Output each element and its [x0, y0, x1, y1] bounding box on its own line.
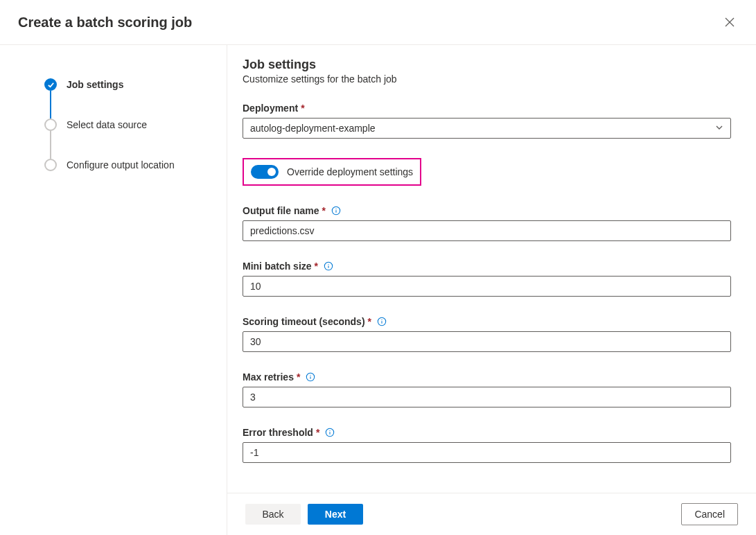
svg-point-16	[330, 430, 331, 431]
scoring-timeout-input[interactable]	[243, 331, 731, 352]
back-button[interactable]: Back	[245, 504, 301, 525]
error-threshold-label: Error threshold *	[243, 427, 731, 438]
cancel-button[interactable]: Cancel	[681, 503, 738, 525]
dialog-title: Create a batch scoring job	[18, 15, 192, 30]
next-button[interactable]: Next	[308, 504, 363, 525]
step-marker-pending-icon	[44, 119, 57, 131]
override-toggle-label: Override deployment settings	[287, 166, 413, 177]
step-marker-pending-icon	[44, 159, 57, 171]
step-label: Job settings	[67, 79, 123, 90]
deployment-label: Deployment *	[243, 103, 731, 114]
close-icon	[725, 17, 735, 27]
output-file-name-input[interactable]	[243, 220, 731, 241]
svg-point-7	[328, 264, 329, 265]
step-label: Configure output location	[67, 159, 175, 170]
step-marker-done-icon	[44, 78, 57, 91]
step-label: Select data source	[67, 119, 147, 130]
max-retries-label: Max retries *	[243, 371, 731, 383]
mini-batch-size-label: Mini batch size *	[243, 261, 731, 272]
section-heading: Job settings	[243, 58, 731, 72]
info-icon[interactable]	[324, 261, 333, 271]
svg-point-10	[382, 319, 383, 320]
wizard-steps: Job settings Select data source Configur…	[0, 45, 227, 535]
output-file-name-label: Output file name *	[243, 205, 731, 216]
max-retries-input[interactable]	[243, 387, 731, 407]
error-threshold-input[interactable]	[243, 442, 731, 463]
info-icon[interactable]	[377, 317, 387, 326]
override-deployment-settings-group: Override deployment settings	[243, 158, 421, 186]
svg-point-4	[335, 209, 336, 209]
step-select-data-source[interactable]: Select data source	[44, 119, 213, 131]
step-connector	[50, 91, 51, 119]
info-icon[interactable]	[306, 372, 315, 382]
step-job-settings[interactable]: Job settings	[44, 78, 213, 91]
deployment-select[interactable]: autolog-deployment-example	[243, 118, 731, 139]
mini-batch-size-input[interactable]	[243, 276, 731, 297]
scoring-timeout-label: Scoring timeout (seconds) *	[243, 316, 731, 327]
override-toggle[interactable]	[251, 165, 279, 179]
step-configure-output-location[interactable]: Configure output location	[44, 159, 213, 171]
info-icon[interactable]	[331, 206, 341, 216]
step-connector	[50, 131, 51, 159]
chevron-down-icon	[715, 123, 723, 134]
section-subtitle: Customize settings for the batch job	[243, 73, 731, 85]
deployment-select-value: autolog-deployment-example	[250, 123, 376, 134]
info-icon[interactable]	[325, 428, 335, 437]
close-button[interactable]	[720, 12, 739, 32]
svg-point-13	[310, 375, 311, 376]
